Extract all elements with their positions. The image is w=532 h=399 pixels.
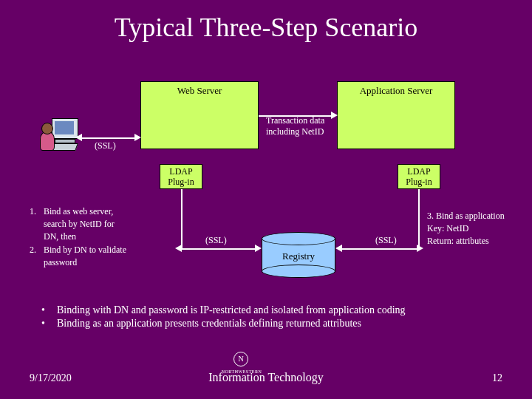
steps-left: 1. Bind as web server, search by NetID f… [30, 205, 177, 269]
footer-center: Information Technology [0, 371, 532, 384]
arrowhead-icon [255, 245, 262, 252]
slide: Typical Three-Step Scenario Web Server L… [0, 0, 532, 399]
bullet-text: Binding as an application presents crede… [57, 318, 361, 330]
arrowhead-icon [335, 245, 342, 252]
ssl-label-left: (SSL) [95, 140, 116, 151]
ldap-plugin-left: LDAP Plug-in [160, 164, 202, 189]
arrow-user-to-web [81, 137, 134, 139]
steps-right: 3. Bind as application Key: NetID Return… [427, 210, 531, 247]
web-server-label: Web Server [141, 85, 258, 97]
step-text: Bind as web server, search by NetID for … [44, 205, 115, 242]
bullet-marker: • [41, 304, 45, 316]
step-number: 2. [30, 244, 36, 269]
registry-label: Registry [262, 250, 335, 262]
connector [418, 189, 420, 248]
ssl-label-right: (SSL) [375, 235, 397, 246]
app-server-box: Application Server [337, 81, 455, 149]
transaction-label: Transaction data including NetID [266, 115, 324, 137]
ssl-label-mid: (SSL) [205, 235, 227, 246]
footer-page-number: 12 [492, 372, 502, 384]
arrowhead-icon [331, 112, 338, 119]
web-server-box: Web Server [140, 81, 259, 149]
app-server-label: Application Server [338, 85, 454, 97]
step-number: 1. [30, 205, 36, 242]
ldap-plugin-right: LDAP Plug-in [398, 164, 440, 189]
bullet-text: Binding with DN and password is IP-restr… [57, 304, 406, 316]
arrowhead-icon [75, 134, 82, 141]
user-computer-icon [37, 118, 81, 160]
registry-database-icon: Registry [262, 232, 335, 278]
bullet-marker: • [41, 318, 45, 330]
northwestern-logo-icon: N [233, 352, 248, 366]
step-text: Bind by DN to validate password [44, 244, 126, 269]
bullet-list: •Binding with DN and password is IP-rest… [41, 304, 499, 331]
arrowhead-icon [417, 245, 423, 252]
arrowhead-icon [134, 134, 141, 141]
slide-title: Typical Three-Step Scenario [0, 12, 532, 43]
connector [181, 189, 183, 248]
arrow-plugin-to-registry [181, 248, 256, 250]
arrow-plugin-to-registry-right [341, 248, 418, 250]
